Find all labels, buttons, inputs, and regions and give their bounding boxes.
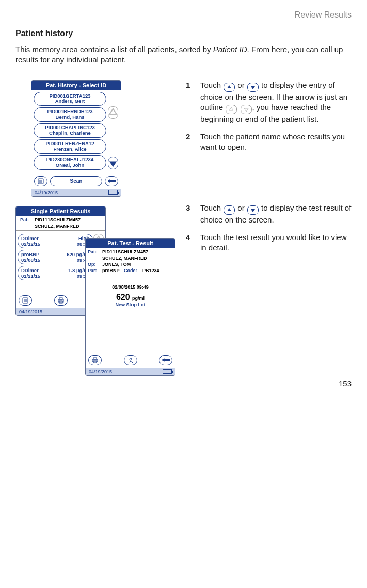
result-timestamp: 02/08/2015 09:49	[88, 284, 173, 290]
t: or	[235, 81, 247, 89]
op-label: Op:	[88, 262, 102, 267]
date: 01/21/15	[21, 273, 40, 279]
intro-em: Patient ID	[213, 45, 247, 54]
svg-point-14	[130, 358, 132, 360]
step-text: Touch the patient name whose results you…	[200, 132, 352, 153]
battery-icon	[163, 369, 172, 374]
code-label: Code:	[124, 268, 142, 273]
step-3: 3 Touch or to display the test result of…	[186, 203, 352, 225]
device1-title: Pat. History - Select ID	[31, 81, 121, 90]
list-item[interactable]: DDimer01/21/15 1.3 µg/ml09:15	[18, 266, 93, 280]
t: Touch	[200, 203, 223, 212]
blank	[88, 256, 102, 261]
back-button[interactable]	[105, 176, 118, 186]
patient-name: Bernd, Hans	[37, 115, 103, 120]
intro-paragraph: This memory area contains a list of all …	[15, 44, 352, 66]
param: DDimer	[21, 235, 39, 241]
pat-id: PID111SCHULZM457	[35, 217, 101, 223]
patient-name: Chaplin, Charlene	[37, 131, 103, 136]
step-text: Touch or to display the entry of choice …	[200, 80, 352, 125]
t: Touch	[200, 81, 223, 89]
device2-title: Single Patient Results	[16, 206, 105, 216]
step-1: 1 Touch or to display the entry of choic…	[186, 80, 352, 125]
result-value: 620	[116, 293, 130, 301]
list-item[interactable]: DDimer02/12/15 High08:30	[18, 234, 93, 248]
device-patient-history: Pat. History - Select ID PID001GERTA123 …	[31, 80, 121, 197]
status-date: 04/19/2015	[35, 190, 58, 195]
op-val: JONES, TOM	[102, 262, 173, 267]
blank	[20, 224, 35, 229]
status-bar: 04/19/2015	[31, 189, 121, 196]
pat-name: SCHULZ, MANFRED	[102, 256, 173, 261]
arrow-down-icon[interactable]	[108, 157, 118, 169]
status-bar: 04/19/2015	[86, 368, 175, 375]
par-val: proBNP	[102, 268, 124, 273]
battery-icon	[108, 190, 118, 195]
result-sub: New Strip Lot	[88, 302, 173, 307]
patient-name: Frenzen, Alice	[37, 147, 103, 152]
step-2: 2 Touch the patient name whose results y…	[186, 132, 352, 153]
step-4: 4 Touch the test result you would like t…	[186, 232, 352, 253]
param: DDimer	[21, 267, 39, 273]
svg-rect-12	[93, 358, 97, 359]
list-item[interactable]: PID230ONEALJ1234 ONeal, John	[34, 155, 106, 170]
step-text: Touch or to display the test result of c…	[200, 203, 352, 225]
arrow-up-icon	[224, 83, 235, 92]
result-unit: pg/ml	[132, 296, 145, 301]
page-number: 153	[339, 379, 352, 388]
person-icon[interactable]	[124, 355, 137, 365]
scan-button[interactable]: Scan	[50, 176, 102, 186]
print-icon[interactable]	[88, 355, 102, 365]
print-icon[interactable]	[54, 295, 68, 306]
t: or	[235, 203, 247, 212]
param: proBNP	[21, 251, 39, 257]
patient-name: ONeal, John	[37, 163, 103, 168]
list-item[interactable]: proBNP02/08/15 620 pg/ml09:49	[18, 250, 93, 264]
date: 02/12/15	[21, 241, 40, 247]
arrow-down-icon	[247, 205, 259, 215]
step-num: 3	[186, 203, 193, 225]
device-test-result: Pat. Test - Result Pat:PID111SCHULZM457 …	[85, 238, 175, 376]
chapter-title: Review Results	[15, 10, 352, 20]
step-num: 1	[186, 80, 193, 125]
pat-name: SCHULZ, MANFRED	[35, 224, 101, 229]
code-val: PB1234	[142, 268, 173, 273]
arrow-down-outline-icon	[241, 105, 252, 114]
step-num: 4	[186, 232, 193, 253]
pat-label: Pat:	[88, 249, 102, 255]
status-date: 04/19/2015	[19, 309, 42, 314]
list-icon[interactable]	[34, 176, 47, 186]
back-button[interactable]	[159, 355, 172, 365]
date: 02/08/15	[21, 257, 40, 263]
result-display: 02/08/2015 09:49 620 pg/ml New Strip Lot	[88, 277, 173, 316]
list-item[interactable]: PID001FRENZENA12 Frenzen, Alice	[34, 139, 106, 154]
section-heading: Patient history	[15, 29, 352, 38]
patient-name: Anders, Gert	[37, 99, 103, 104]
status-date: 04/19/2015	[89, 369, 112, 374]
intro-a: This memory area contains a list of all …	[15, 45, 213, 54]
step-text: Touch the test result you would like to …	[200, 232, 352, 253]
arrow-down-icon	[247, 83, 259, 92]
list-item[interactable]: PID001CHAPLINC123 Chaplin, Charlene	[34, 123, 106, 138]
svg-rect-9	[59, 298, 62, 299]
pat-id: PID111SCHULZM457	[102, 249, 173, 255]
par-label: Par:	[88, 268, 102, 273]
list-icon[interactable]	[19, 295, 32, 306]
pat-label: Pat:	[20, 217, 35, 223]
arrow-up-outline-icon	[226, 105, 237, 114]
arrow-up-icon[interactable]	[108, 106, 118, 119]
list-item[interactable]: PID001GERTA123 Anders, Gert	[34, 92, 106, 106]
list-item[interactable]: PID001BERNDH123 Bernd, Hans	[34, 107, 106, 122]
arrow-up-icon	[224, 205, 235, 215]
device3-title: Pat. Test - Result	[86, 239, 175, 248]
step-num: 2	[186, 132, 193, 153]
